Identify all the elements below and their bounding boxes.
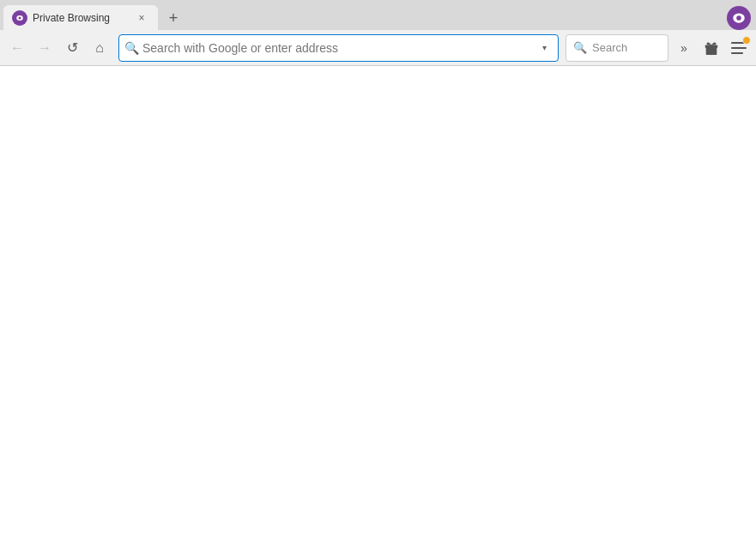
active-tab[interactable]: Private Browsing × bbox=[3, 5, 158, 30]
extensions-button[interactable] bbox=[699, 36, 723, 60]
home-button[interactable]: ⌂ bbox=[88, 36, 112, 60]
secondary-search-icon: 🔍 bbox=[573, 41, 587, 54]
titlebar: Private Browsing × + bbox=[0, 0, 756, 30]
window-private-icon[interactable] bbox=[727, 6, 751, 30]
secondary-search-label: Search bbox=[592, 41, 627, 54]
private-eye-icon bbox=[731, 10, 747, 26]
private-mask-icon bbox=[15, 13, 25, 23]
address-bar[interactable]: 🔍 ▾ bbox=[118, 34, 559, 62]
more-tools-button[interactable]: » bbox=[672, 36, 696, 60]
titlebar-spacer bbox=[185, 5, 727, 30]
svg-rect-8 bbox=[731, 47, 747, 49]
menu-button-wrapper bbox=[727, 36, 751, 60]
tab-close-button[interactable]: × bbox=[134, 10, 149, 26]
address-input[interactable] bbox=[142, 41, 532, 55]
gift-icon bbox=[704, 40, 719, 56]
svg-rect-9 bbox=[731, 52, 743, 54]
tab-title: Private Browsing bbox=[33, 12, 129, 24]
toolbar: ← → ↺ ⌂ 🔍 ▾ 🔍 Search » bbox=[0, 30, 756, 66]
address-search-icon: 🔍 bbox=[124, 41, 139, 55]
secondary-search-box[interactable]: 🔍 Search bbox=[565, 34, 668, 62]
notification-badge bbox=[742, 36, 751, 45]
back-button[interactable]: ← bbox=[5, 36, 29, 60]
reload-button[interactable]: ↺ bbox=[60, 36, 84, 60]
tab-private-icon bbox=[12, 10, 27, 26]
forward-button[interactable]: → bbox=[33, 36, 57, 60]
address-dropdown-button[interactable]: ▾ bbox=[535, 39, 553, 57]
svg-point-1 bbox=[19, 16, 21, 19]
svg-point-3 bbox=[736, 15, 741, 21]
svg-rect-6 bbox=[711, 45, 712, 55]
new-tab-button[interactable]: + bbox=[161, 6, 185, 30]
main-content bbox=[0, 66, 756, 559]
